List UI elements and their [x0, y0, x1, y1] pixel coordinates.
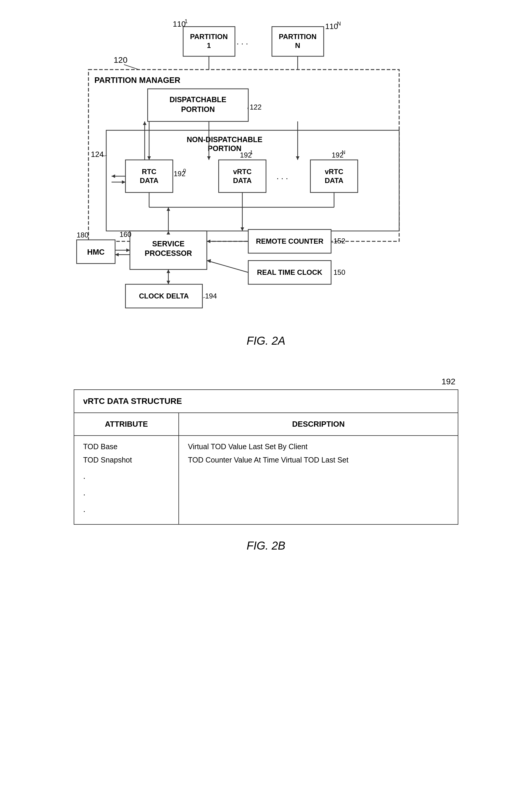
- svg-line-50: [203, 297, 205, 298]
- ref-110-N: 110: [325, 22, 338, 31]
- vrtc-ellipsis: . . .: [277, 172, 288, 181]
- vrtc-table: vRTC DATA STRUCTURE ATTRIBUTE DESCRIPTIO…: [74, 389, 458, 525]
- ref-124: 124: [91, 150, 103, 159]
- svg-line-0: [124, 65, 139, 70]
- partition1-title-line1: PARTITION: [190, 33, 228, 40]
- vrtc-table-title: vRTC DATA STRUCTURE: [74, 390, 458, 413]
- vrtc-header-row: ATTRIBUTE DESCRIPTION: [74, 413, 458, 436]
- partitionN-title-line2: N: [295, 41, 300, 50]
- svg-line-44: [207, 261, 248, 272]
- fig2a-diagram: 120 PARTITION 1 110 1 . . . PARTITION N …: [59, 18, 473, 320]
- svg-rect-12: [126, 160, 173, 192]
- vrtc1-line1: vRTC: [233, 168, 252, 176]
- sp-line2: PROCESSOR: [145, 249, 192, 257]
- ref-152: 152: [334, 237, 345, 245]
- rtc-data-line1: RTC: [142, 168, 156, 176]
- vrtc-row-1: TOD Base TOD Snapshot . . . Virtual TOD …: [74, 436, 458, 525]
- fig2a-container: 120 PARTITION 1 110 1 . . . PARTITION N …: [59, 18, 473, 365]
- clock-delta-label: CLOCK DELTA: [139, 292, 189, 300]
- ref-160: 160: [119, 231, 131, 238]
- vrtcN-line2: DATA: [325, 177, 343, 184]
- col2-header: DESCRIPTION: [179, 413, 458, 436]
- ref-192-0-sub: 0: [183, 168, 186, 173]
- vrtcN-line1: vRTC: [325, 168, 343, 176]
- desc-tod-base: Virtual TOD Value Last Set By Client TOD…: [179, 436, 458, 525]
- attr-tod-base: TOD Base TOD Snapshot . . .: [74, 436, 179, 525]
- ref-122: 122: [250, 103, 262, 111]
- ref-150: 150: [334, 268, 345, 276]
- ref-180: 180: [77, 231, 89, 239]
- partitionN-title-line1: PARTITION: [279, 33, 317, 40]
- ref-192-label: 192: [74, 377, 458, 386]
- ref-110-1-sub: 1: [185, 18, 188, 24]
- fig2b-caption: FIG. 2B: [74, 539, 458, 552]
- vrtc1-line2: DATA: [233, 177, 251, 184]
- rtc-box-label: REAL TIME CLOCK: [257, 268, 323, 276]
- svg-rect-14: [310, 160, 358, 192]
- ref-120: 120: [114, 55, 128, 65]
- fig2a-caption: FIG. 2A: [59, 335, 473, 347]
- ref-110-N-sub: N: [337, 21, 341, 26]
- svg-marker-36: [126, 249, 130, 252]
- vrtc-title-row: vRTC DATA STRUCTURE: [74, 390, 458, 413]
- ref-192-N-sub: N: [342, 149, 345, 155]
- ref-110-1: 110: [173, 20, 186, 29]
- rtc-data-line2: DATA: [140, 177, 158, 184]
- dispatchable-line1: DISPATCHABLE: [170, 95, 226, 104]
- ref-192-1-sub: 1: [250, 149, 253, 155]
- nd-label2: PORTION: [208, 144, 242, 152]
- hmc-label: HMC: [87, 247, 104, 256]
- fig2b-container: 192 vRTC DATA STRUCTURE ATTRIBUTE DESCRI…: [74, 377, 458, 552]
- ref-194: 194: [205, 292, 217, 300]
- dispatchable-line2: PORTION: [181, 105, 215, 113]
- svg-rect-13: [218, 160, 266, 192]
- col1-header: ATTRIBUTE: [74, 413, 179, 436]
- partitions-ellipsis: . . .: [237, 37, 248, 46]
- svg-marker-38: [115, 253, 119, 256]
- partition1-title-line2: 1: [207, 41, 211, 50]
- pm-label: PARTITION MANAGER: [94, 76, 180, 85]
- svg-marker-52: [167, 281, 170, 284]
- remote-counter-label: REMOTE COUNTER: [256, 237, 323, 245]
- sp-line1: SERVICE: [152, 240, 184, 248]
- svg-marker-53: [167, 270, 170, 273]
- nd-label: NON-DISPATCHABLE: [187, 135, 263, 144]
